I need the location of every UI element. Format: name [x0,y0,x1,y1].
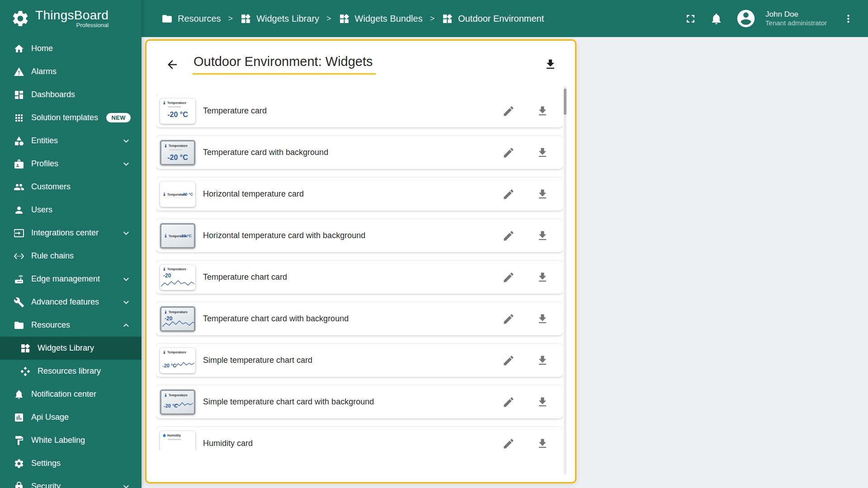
preview-title: Temperature [169,394,188,397]
sidebar-item-settings[interactable]: Settings [0,452,142,475]
scrollbar-track[interactable] [564,86,566,474]
widgets-icon [240,13,251,24]
widget-row[interactable]: Humidity Humidity card [156,427,563,450]
edit-widget-button[interactable] [502,105,515,117]
download-widget-button[interactable] [536,313,549,325]
person-icon [14,205,24,216]
widgets-icon [442,13,453,24]
widget-preview: Temperature -20 °C [160,223,195,249]
breadcrumb-widgets-bundles[interactable]: Widgets Bundles [339,13,423,24]
sidebar-item-users[interactable]: Users [0,198,142,221]
download-widget-button[interactable] [536,271,549,284]
download-widget-button[interactable] [536,146,549,159]
thermometer-icon [164,234,168,238]
preview-chart [174,400,193,409]
widget-preview: Temperature -20 [160,306,195,332]
widget-row[interactable]: Temperature -20 °C Horizontal temperatur… [156,219,563,252]
preview-value: -20 °C [180,234,192,238]
sidebar-item-dashboards[interactable]: Dashboards [0,83,142,106]
widget-name: Simple temperature chart card with backg… [203,397,502,407]
thermometer-icon [164,310,168,314]
widget-row[interactable]: Temperature -20 Temperature chart card [156,261,563,294]
download-widget-button[interactable] [536,188,549,201]
lock-icon [14,481,24,488]
download-widget-button[interactable] [536,230,549,242]
download-widget-button[interactable] [536,105,549,117]
resources-library-icon [20,366,31,377]
chevron-down-icon [121,274,132,285]
download-widget-button[interactable] [536,437,549,450]
breadcrumb-widgets-library[interactable]: Widgets Library [240,13,319,24]
widget-name: Temperature chart card with background [203,314,502,324]
notifications-bell-icon[interactable] [710,12,723,25]
edit-widget-button[interactable] [502,146,515,159]
sidebar-item-home[interactable]: Home [0,37,142,60]
widget-row[interactable]: Temperature -20 °C Temperature card [156,94,563,127]
breadcrumb-resources[interactable]: Resources [161,13,221,24]
sidebar-item-label: Widgets Library [38,343,132,353]
sidebar-item-label: Solution templates [31,113,99,122]
download-widget-button[interactable] [536,354,549,367]
widgets-icon [20,343,31,354]
sidebar-item-label: Advanced features [31,297,114,307]
fullscreen-icon[interactable] [684,12,697,25]
sidebar-item-alarms[interactable]: Alarms [0,60,142,83]
preview-title: Temperature [167,351,186,354]
widget-preview: Temperature -20 °C [160,348,195,373]
sidebar-item-integrations-center[interactable]: Integrations center [0,221,142,244]
widgets-icon [339,13,350,24]
warning-icon [14,66,24,77]
widget-row[interactable]: Temperature -20 °C Simple temperature ch… [156,344,563,377]
user-menu[interactable]: John Doe Tenant administrator [765,9,827,28]
avatar[interactable] [736,8,756,29]
sidebar-item-solution-templates[interactable]: Solution templates NEW [0,106,142,129]
sidebar-item-advanced-features[interactable]: Advanced features [0,291,142,314]
sidebar-item-resources-library[interactable]: Resources library [0,360,142,383]
widget-row[interactable]: Temperature -20 °C Temperature card with… [156,136,563,169]
widget-preview: Temperature -20 [160,265,195,290]
brand-logo[interactable]: ThingsBoard Professional [0,0,142,37]
sidebar-item-rule-chains[interactable]: Rule chains [0,244,142,267]
edit-widget-button[interactable] [502,396,515,408]
wrench-icon [14,297,24,308]
app-shell: ThingsBoard Professional Home Alarms Das… [0,0,868,488]
thermometer-icon [162,350,166,354]
profiles-icon [14,159,24,169]
sidebar-item-entities[interactable]: Entities [0,129,142,152]
preview-value: -20 °C [161,154,194,162]
sidebar-item-api-usage[interactable]: Api Usage [0,406,142,429]
edit-widget-button[interactable] [502,354,515,367]
edit-widget-button[interactable] [502,188,515,201]
sidebar-item-edge-management[interactable]: Edge management [0,267,142,291]
edit-widget-button[interactable] [502,271,515,284]
sidebar-item-customers[interactable]: Customers [0,175,142,198]
edit-widget-button[interactable] [502,437,515,450]
panel-header: Outdoor Environment: Widgets [146,41,575,75]
sidebar-item-white-labeling[interactable]: White Labeling [0,429,142,452]
download-widget-button[interactable] [536,396,549,408]
sidebar-item-resources[interactable]: Resources [0,314,142,337]
new-badge: NEW [106,113,131,122]
sidebar-item-label: Alarms [31,67,132,76]
sidebar-nav: Home Alarms Dashboards Solution template… [0,37,142,488]
sidebar-item-notification-center[interactable]: Notification center [0,383,142,406]
entities-icon [14,136,24,146]
kebab-menu-icon[interactable] [842,13,854,25]
widget-row[interactable]: Temperature -20 °C Horizontal temperatur… [156,178,563,211]
widget-name: Temperature card [203,106,502,116]
preview-title: Humidity [167,434,181,437]
preview-title: Temperature [167,267,186,271]
scrollbar-thumb[interactable] [564,89,566,115]
sidebar-item-profiles[interactable]: Profiles [0,152,142,175]
sidebar-item-security[interactable]: Security [0,475,142,488]
breadcrumb: Resources > Widgets Library > Widgets Bu… [161,13,544,24]
sidebar-item-widgets-library[interactable]: Widgets Library [0,337,142,360]
preview-title: Temperature [169,310,188,314]
edit-widget-button[interactable] [502,230,515,242]
widget-row[interactable]: Temperature -20 °C Simple temperature ch… [156,385,563,418]
breadcrumb-outdoor-environment: Outdoor Environment [442,13,544,24]
back-button[interactable] [165,58,179,71]
widget-row[interactable]: Temperature -20 Temperature chart card w… [156,302,563,335]
export-bundle-button[interactable] [544,58,557,71]
edit-widget-button[interactable] [502,313,515,325]
